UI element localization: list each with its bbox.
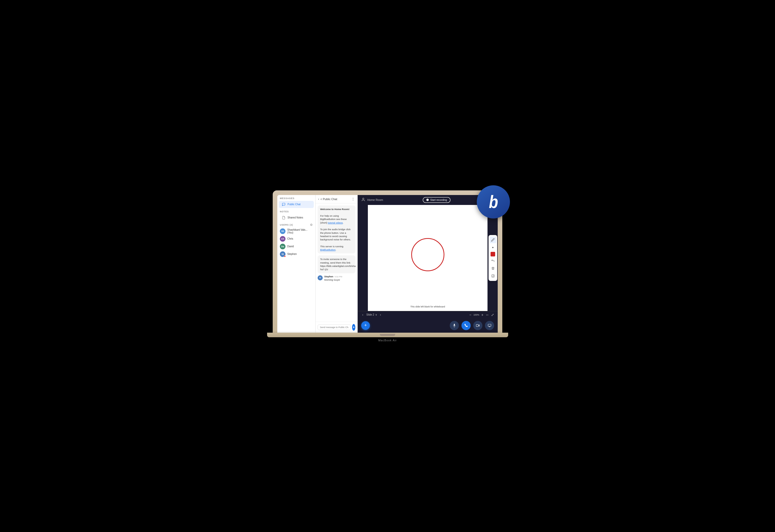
start-recording-button[interactable]: Start recording <box>423 197 451 203</box>
stephen-msg-text: Morning Guys! <box>324 278 355 281</box>
bbb-link[interactable]: BigBlueButton <box>320 248 336 251</box>
stephen-msg-name: Stephen <box>324 275 333 278</box>
svg-marker-5 <box>478 325 479 326</box>
chat-title: < Public Chat <box>320 198 337 201</box>
back-icon[interactable]: ‹ <box>318 197 319 201</box>
stephen-message-row: St Stephen 5:02 PM Morning Guys! <box>318 275 355 281</box>
fit-width-button[interactable]: ↔ <box>485 313 489 317</box>
avatar-stephen: St <box>280 251 286 257</box>
zoom-out-button[interactable]: − <box>469 313 471 317</box>
bbb-logo: b <box>477 185 510 218</box>
bottom-controls <box>450 321 494 330</box>
presentation-area: Home Room Start recording ⋮ − <box>358 195 498 333</box>
phone-button[interactable] <box>461 321 471 330</box>
fab-button[interactable]: + <box>361 321 370 330</box>
messages-section-label: MESSAGES <box>277 195 315 201</box>
slide-container: − This slide left blank for whiteboard <box>368 205 487 311</box>
zoom-in-button[interactable]: + <box>481 313 483 317</box>
prev-slide-button[interactable]: ‹ <box>361 313 364 317</box>
svg-point-0 <box>363 198 364 199</box>
user-name-david: David <box>287 245 294 248</box>
notes-icon <box>281 215 286 220</box>
sidebar-item-shared-notes[interactable]: Shared Notes <box>279 214 314 221</box>
slide-nav-right: − 100% + ↔ ⤢ <box>469 313 494 317</box>
laptop-base <box>267 333 508 337</box>
chat-input[interactable] <box>318 325 351 330</box>
stephen-msg-time: 5:02 PM <box>335 276 342 278</box>
notes-section-label: NOTES <box>277 208 315 214</box>
user-item-stephen[interactable]: St Stephen <box>277 250 315 258</box>
laptop-screen: MESSAGES Public Chat NOTES <box>277 195 498 333</box>
chat-input-area: ➤ <box>316 322 357 333</box>
bottom-left: + <box>361 321 370 330</box>
stephen-status-dot <box>284 255 286 257</box>
slide-circle <box>411 238 444 271</box>
app-container: MESSAGES Public Chat NOTES <box>277 195 498 333</box>
users-header: USERS (4) ⚙ <box>277 222 315 227</box>
chat-messages: Welcome to Home Room! For help on using … <box>316 203 357 322</box>
record-dot-icon <box>426 199 429 201</box>
dot-tool[interactable] <box>489 244 496 251</box>
avatar-david: Da <box>280 244 286 249</box>
chat-header: ‹ < Public Chat ⋮ <box>316 195 357 203</box>
zoom-level: 100% <box>473 314 479 316</box>
video-button[interactable] <box>473 321 482 330</box>
trash-tool[interactable] <box>489 265 496 272</box>
stephen-msg-avatar: St <box>318 275 323 280</box>
user-item-chris[interactable]: Ch Chris <box>277 235 315 243</box>
mute-button[interactable] <box>450 321 459 330</box>
stephen-msg-header: Stephen 5:02 PM <box>324 275 355 278</box>
room-name: Home Room <box>367 198 383 201</box>
slide-canvas: This slide left blank for whiteboard <box>368 205 487 311</box>
user-item-shashikant[interactable]: Sh Shashikant Vals...(You) <box>277 227 315 235</box>
slide-nav-left: ‹ Slide 2 ∨ › <box>361 313 382 317</box>
next-slide-button[interactable]: › <box>379 313 382 317</box>
shared-notes-label: Shared Notes <box>288 216 303 219</box>
slide-number: Slide 2 <box>366 313 374 316</box>
invite-bubble: To invite someone to the meeting, send t… <box>318 255 355 273</box>
pres-header-left: Home Room <box>361 198 383 202</box>
laptop-label: MacBook Air <box>378 339 397 342</box>
user-name-chris: Chris <box>287 237 293 240</box>
laptop-wrapper: b MESSAGES Publ <box>273 190 502 342</box>
fullscreen-button[interactable]: ⤢ <box>491 313 494 317</box>
laptop-notch <box>380 334 395 336</box>
welcome-bubble: Welcome to Home Room! For help on using … <box>318 205 355 254</box>
chat-header-left: ‹ < Public Chat <box>318 197 337 201</box>
slide-nav-bar: ‹ Slide 2 ∨ › − 100% + <box>358 311 498 318</box>
bbb-logo-text: b <box>489 193 498 211</box>
stephen-msg-content: Stephen 5:02 PM Morning Guys! <box>324 275 355 281</box>
chat-panel: ‹ < Public Chat ⋮ Welcome to Home Room! … <box>316 195 358 333</box>
sidebar-item-public-chat[interactable]: Public Chat <box>279 201 314 208</box>
svg-rect-6 <box>476 324 478 326</box>
svg-rect-7 <box>488 324 491 326</box>
more-options-icon[interactable]: ⋮ <box>351 197 355 201</box>
record-label: Start recording <box>430 199 447 201</box>
undo-tool[interactable] <box>489 257 496 264</box>
svg-point-1 <box>492 247 494 248</box>
tutorial-link[interactable]: tutorial videos <box>328 221 343 224</box>
drawing-toolbar <box>488 235 497 281</box>
color-picker[interactable] <box>490 252 495 256</box>
user-item-david[interactable]: Da David <box>277 243 315 250</box>
slide-caption: This slide left blank for whiteboard <box>410 305 445 308</box>
chat-icon <box>281 202 286 207</box>
slide-label: Slide 2 ∨ <box>366 313 377 316</box>
gear-icon[interactable]: ⚙ <box>310 223 313 227</box>
app-body: MESSAGES Public Chat NOTES <box>277 195 498 333</box>
laptop-screen-bezel: MESSAGES Public Chat NOTES <box>273 190 502 333</box>
slide-dropdown-icon[interactable]: ∨ <box>375 313 377 316</box>
user-name-shashikant: Shashikant Vals...(You) <box>287 228 313 234</box>
svg-rect-2 <box>491 275 494 277</box>
bottom-bar: + <box>358 318 498 333</box>
users-section-label: USERS (4) <box>280 224 293 226</box>
pencil-tool[interactable] <box>489 237 496 243</box>
avatar-chris: Ch <box>280 236 286 242</box>
send-button[interactable]: ➤ <box>352 324 355 331</box>
fab-icon: + <box>364 323 367 328</box>
share-tool[interactable] <box>489 273 496 279</box>
screen-share-button[interactable] <box>485 321 494 330</box>
user-name-stephen: Stephen <box>287 253 297 255</box>
avatar-shashikant: Sh <box>280 228 286 234</box>
user-presence-icon <box>361 198 365 202</box>
